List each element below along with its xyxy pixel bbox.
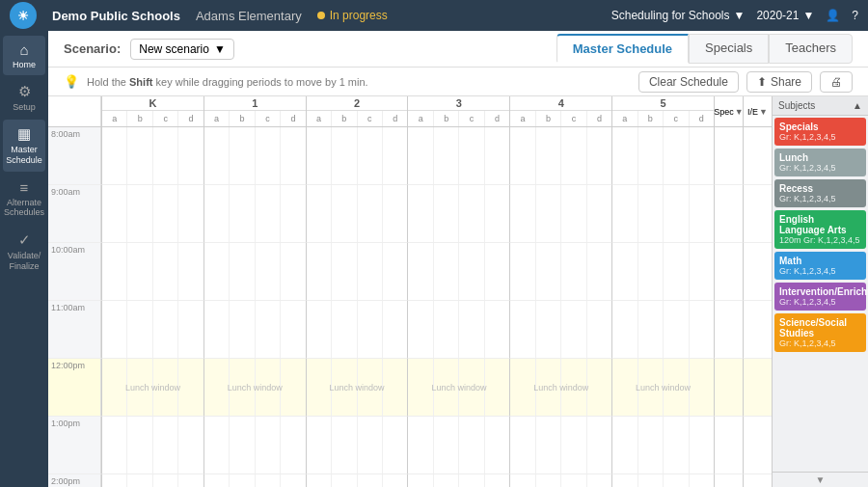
ie-cell-row-1[interactable] — [743, 185, 772, 243]
sub-cell-1-d-row-3[interactable] — [280, 301, 305, 358]
sub-cell-3-d-row-3[interactable] — [484, 301, 509, 358]
sub-cell-K-a-row-1[interactable] — [102, 185, 126, 242]
ie-cell-row-2[interactable] — [743, 243, 772, 301]
sub-cell-1-a-row-4[interactable] — [204, 359, 229, 416]
sub-cell-K-d-row-6[interactable] — [177, 474, 203, 487]
sub-cell-1-a-row-2[interactable] — [204, 243, 229, 300]
sub-cell-2-a-row-5[interactable] — [307, 417, 331, 473]
sub-cell-3-a-row-1[interactable] — [408, 185, 432, 242]
sub-cell-K-c-row-5[interactable] — [152, 417, 177, 473]
sub-cell-4-c-row-1[interactable] — [560, 185, 585, 242]
sub-cell-3-c-row-1[interactable] — [458, 185, 483, 242]
sub-cell-3-a-row-4[interactable] — [408, 359, 432, 416]
ie-arrow[interactable]: ▼ — [759, 107, 768, 117]
sub-cell-1-d-row-2[interactable] — [280, 243, 305, 300]
share-button[interactable]: ⬆ Share — [746, 71, 812, 93]
spec-cell-row-5[interactable] — [714, 417, 743, 474]
sub-cell-K-c-row-1[interactable] — [152, 185, 177, 242]
sub-cell-2-a-row-3[interactable] — [307, 301, 331, 358]
sub-cell-5-a-row-3[interactable] — [612, 301, 637, 358]
user-icon[interactable]: 👤 — [826, 9, 840, 22]
sub-cell-1-c-row-5[interactable] — [255, 417, 280, 473]
sub-cell-2-a-row-1[interactable] — [307, 185, 331, 242]
spec-cell-row-4[interactable] — [714, 359, 743, 417]
sub-cell-2-d-row-1[interactable] — [382, 185, 407, 242]
sub-cell-4-b-row-4[interactable] — [535, 359, 560, 416]
sub-cell-4-d-row-5[interactable] — [586, 417, 611, 473]
help-icon[interactable]: ? — [852, 9, 858, 22]
sub-cell-2-a-row-0[interactable] — [307, 127, 331, 184]
sub-cell-4-d-row-2[interactable] — [586, 243, 611, 300]
sub-cell-3-d-row-4[interactable] — [484, 359, 509, 416]
sub-cell-5-a-row-1[interactable] — [612, 185, 637, 242]
sub-cell-K-c-row-3[interactable] — [152, 301, 177, 358]
sub-cell-3-a-row-5[interactable] — [408, 417, 432, 473]
ie-cell-row-6[interactable] — [743, 474, 772, 487]
ie-cell-row-4[interactable] — [743, 359, 772, 417]
sub-cell-3-c-row-6[interactable] — [458, 474, 483, 487]
spec-cell-row-0[interactable] — [714, 127, 743, 185]
sub-cell-1-c-row-3[interactable] — [255, 301, 280, 358]
sub-cell-1-b-row-2[interactable] — [229, 243, 254, 300]
sub-cell-K-c-row-0[interactable] — [152, 127, 177, 184]
sub-cell-3-c-row-3[interactable] — [458, 301, 483, 358]
sub-cell-1-a-row-3[interactable] — [204, 301, 229, 358]
sub-cell-4-a-row-6[interactable] — [510, 474, 534, 487]
sidebar-item-alternate[interactable]: ≡ AlternateSchedules — [3, 174, 45, 225]
sub-cell-5-b-row-4[interactable] — [637, 359, 663, 416]
sub-cell-K-d-row-1[interactable] — [177, 185, 203, 242]
sub-cell-1-d-row-1[interactable] — [280, 185, 305, 242]
sub-cell-K-a-row-5[interactable] — [102, 417, 126, 473]
sub-cell-2-b-row-1[interactable] — [331, 185, 356, 242]
sub-cell-K-b-row-6[interactable] — [126, 474, 151, 487]
sub-cell-2-a-row-4[interactable] — [307, 359, 331, 416]
tab-teachers[interactable]: Teachers — [769, 34, 853, 64]
ie-cell-row-3[interactable] — [743, 301, 772, 359]
sub-cell-1-b-row-4[interactable] — [229, 359, 254, 416]
sub-cell-3-c-row-4[interactable] — [458, 359, 483, 416]
sub-cell-4-b-row-5[interactable] — [535, 417, 560, 473]
sub-cell-3-b-row-6[interactable] — [433, 474, 458, 487]
scheduling-dropdown[interactable]: Scheduling for Schools ▼ — [611, 9, 746, 22]
sub-cell-K-a-row-2[interactable] — [102, 243, 126, 300]
sub-cell-2-c-row-4[interactable] — [357, 359, 382, 416]
panel-scroll-up[interactable]: ▲ — [853, 100, 862, 111]
sub-cell-3-b-row-1[interactable] — [433, 185, 458, 242]
sub-cell-K-c-row-6[interactable] — [152, 474, 177, 487]
panel-scroll-down[interactable]: ▼ — [773, 472, 868, 487]
sub-cell-5-d-row-2[interactable] — [689, 243, 714, 300]
sub-cell-2-c-row-2[interactable] — [357, 243, 382, 300]
sub-cell-1-c-row-4[interactable] — [255, 359, 280, 416]
sub-cell-5-c-row-4[interactable] — [663, 359, 688, 416]
sub-cell-2-b-row-0[interactable] — [331, 127, 356, 184]
sub-cell-4-c-row-0[interactable] — [560, 127, 585, 184]
sub-cell-K-b-row-3[interactable] — [126, 301, 151, 358]
subject-item-ela[interactable]: English Language Arts120m Gr: K,1,2,3,4,… — [774, 210, 866, 249]
sub-cell-4-b-row-1[interactable] — [535, 185, 560, 242]
sub-cell-2-d-row-2[interactable] — [382, 243, 407, 300]
sub-cell-3-d-row-5[interactable] — [484, 417, 509, 473]
sub-cell-3-d-row-0[interactable] — [484, 127, 509, 184]
sub-cell-4-b-row-3[interactable] — [535, 301, 560, 358]
sub-cell-2-c-row-1[interactable] — [357, 185, 382, 242]
sub-cell-4-c-row-2[interactable] — [560, 243, 585, 300]
sub-cell-4-a-row-3[interactable] — [510, 301, 534, 358]
sub-cell-5-d-row-1[interactable] — [689, 185, 714, 242]
spec-cell-row-3[interactable] — [714, 301, 743, 359]
year-dropdown[interactable]: 2020-21 ▼ — [756, 9, 814, 22]
sub-cell-2-c-row-6[interactable] — [357, 474, 382, 487]
sub-cell-1-a-row-0[interactable] — [204, 127, 229, 184]
sub-cell-2-b-row-4[interactable] — [331, 359, 356, 416]
sub-cell-4-a-row-5[interactable] — [510, 417, 534, 473]
sub-cell-2-d-row-3[interactable] — [382, 301, 407, 358]
sub-cell-3-b-row-4[interactable] — [433, 359, 458, 416]
sub-cell-1-b-row-6[interactable] — [229, 474, 254, 487]
sub-cell-1-a-row-6[interactable] — [204, 474, 229, 487]
sub-cell-K-a-row-4[interactable] — [102, 359, 126, 416]
sub-cell-3-b-row-3[interactable] — [433, 301, 458, 358]
sub-cell-K-b-row-5[interactable] — [126, 417, 151, 473]
sub-cell-5-c-row-3[interactable] — [663, 301, 688, 358]
sub-cell-4-a-row-0[interactable] — [510, 127, 534, 184]
sub-cell-4-d-row-1[interactable] — [586, 185, 611, 242]
sub-cell-3-c-row-5[interactable] — [458, 417, 483, 473]
